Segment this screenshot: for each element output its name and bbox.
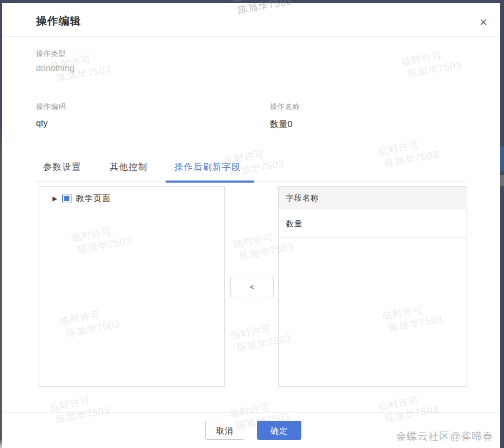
background-sliver (500, 175, 504, 186)
op-type-underline (36, 80, 467, 80)
confirm-button[interactable]: 确定 (257, 421, 301, 440)
checkbox-fill (64, 196, 69, 201)
tab-other-control[interactable]: 其他控制 (110, 161, 148, 173)
op-code-input[interactable]: qty (36, 118, 48, 129)
tab-refresh-fields[interactable]: 操作后刷新字段 (174, 161, 241, 173)
op-name-input[interactable]: 数量0 (270, 118, 292, 130)
table-header-field-name: 字段名称 (279, 187, 466, 209)
op-type-label: 操作类型 (36, 49, 66, 59)
cancel-button[interactable]: 取消 (205, 421, 244, 440)
page-frame-right (500, 0, 504, 448)
tree-checkbox-indeterminate[interactable] (62, 194, 71, 203)
background-button-sliver (500, 146, 504, 171)
op-name-label: 操作名称 (270, 102, 300, 112)
table-row[interactable]: 数量 (279, 209, 466, 238)
tab-param-settings[interactable]: 参数设置 (43, 161, 81, 173)
field-tree-panel: ▶ 教学页面 (39, 186, 225, 387)
move-left-button[interactable]: < (230, 277, 274, 297)
tree-node[interactable]: ▶ 教学页面 (52, 193, 111, 204)
community-credit-text: 金蝶云社区@雀啼春 (396, 429, 493, 443)
close-icon[interactable]: ✕ (475, 14, 492, 31)
header-divider (2, 36, 500, 37)
screenshot-root: 操作编辑 ✕ 操作类型 donothing 操作编码 qty 操作名称 数量0 … (0, 0, 504, 448)
selected-fields-panel: 字段名称 数量 (278, 186, 466, 387)
op-name-underline (270, 135, 466, 135)
op-type-value: donothing (36, 63, 75, 74)
op-code-underline (36, 135, 228, 135)
tree-node-label: 教学页面 (76, 193, 111, 204)
active-tab-underline (166, 181, 254, 183)
op-code-label: 操作编码 (36, 102, 66, 112)
dialog-title: 操作编辑 (36, 14, 81, 28)
footer-divider (2, 412, 500, 413)
tree-expander-icon[interactable]: ▶ (52, 195, 57, 202)
operation-edit-dialog: 操作编辑 ✕ 操作类型 donothing 操作编码 qty 操作名称 数量0 … (2, 3, 500, 448)
